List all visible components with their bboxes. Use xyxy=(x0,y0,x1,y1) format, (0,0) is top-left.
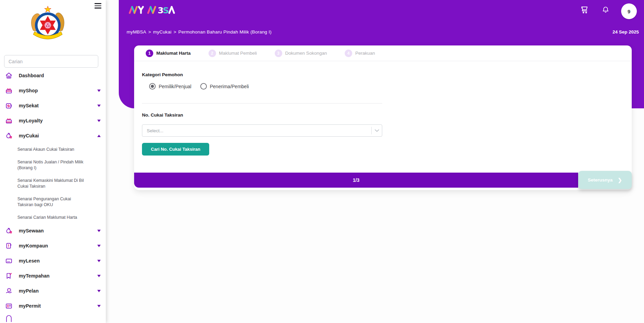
sidebar-item-dashboard[interactable]: Dashboard xyxy=(0,68,106,83)
sidebar-item-mytempahan[interactable]: myTempahan xyxy=(0,268,106,283)
breadcrumb-separator: > xyxy=(173,29,176,35)
sidebar-subitem[interactable]: Senarai Pengurangan Cukai Taksiran bagi … xyxy=(17,196,86,208)
radio-pemilik-penjual[interactable]: Pemilik/Penjual xyxy=(149,83,191,90)
chevron-down-icon xyxy=(97,290,101,292)
mycukai-submenu: Senarai Akaun Cukai Taksiran Senarai Not… xyxy=(0,143,106,223)
step-number: 4 xyxy=(345,50,352,57)
sidebar-nav: Dashboard myShop mySe xyxy=(0,68,106,323)
sidebar-item-label: myShop xyxy=(19,88,38,93)
cart-icon[interactable] xyxy=(580,5,590,15)
step-number: 2 xyxy=(209,50,216,57)
step-label: Perakuan xyxy=(355,51,375,56)
step-maklumat-pembeli[interactable]: 2 Maklumat Pembeli xyxy=(209,50,257,57)
sidebar-item-label: myPermit xyxy=(19,303,41,309)
chevron-down-icon xyxy=(97,245,101,247)
form-stepper: 1 Maklumat Harta 2 Maklumat Pembeli 3 Do… xyxy=(134,45,632,61)
chevron-up-icon xyxy=(97,135,101,137)
select-placeholder: Select... xyxy=(147,128,371,133)
chevron-down-icon xyxy=(97,230,101,232)
svg-text:S: S xyxy=(163,5,169,15)
step-number: 1 xyxy=(146,50,153,57)
notification-bell-icon[interactable] xyxy=(601,5,610,14)
sidebar-subitem[interactable]: Senarai Carian Maklumat Harta xyxy=(17,215,86,221)
step-perakuan[interactable]: 4 Perakuan xyxy=(345,50,375,57)
page-indicator: 1/3 xyxy=(353,177,359,183)
sidebar-item-label: mySekat xyxy=(19,103,39,108)
bookmark-check-icon xyxy=(5,272,13,280)
section-divider xyxy=(142,103,382,104)
sidebar-item-label: Dashboard xyxy=(19,73,44,78)
avatar-count: 9 xyxy=(628,9,630,14)
no-cukai-taksiran-label: No. Cukai Taksiran xyxy=(142,112,183,118)
mbsa-wordmark-logo[interactable]: 3 S xyxy=(128,5,184,15)
id-card-icon xyxy=(5,302,13,310)
sidebar-item-mysekat[interactable]: mySekat xyxy=(0,98,106,113)
sidebar-item-label: myPelan xyxy=(19,288,39,294)
sidebar-item-myshop[interactable]: myShop xyxy=(0,83,106,98)
user-avatar[interactable]: 9 xyxy=(621,3,637,19)
menu-icon[interactable] xyxy=(95,3,101,9)
radio-label: Pemilik/Penjual xyxy=(159,84,191,89)
breadcrumb-link-mymbsa[interactable]: myMBSA xyxy=(127,29,146,35)
license-card-icon xyxy=(5,257,13,265)
sidebar-item-label: myLoyalty xyxy=(19,118,43,123)
chevron-down-icon xyxy=(97,120,101,122)
kategori-pemohon-label: Kategori Pemohon xyxy=(142,72,183,77)
breadcrumb-current-page: Permohonan Baharu Pindah Milik (Borang I… xyxy=(178,29,272,35)
sidebar-item-mycukai[interactable]: myCukai xyxy=(0,128,106,143)
sidebar-item-mysewaan[interactable]: mySewaan xyxy=(0,223,106,238)
sidebar-item-label: myKompaun xyxy=(19,243,48,248)
chevron-down-icon xyxy=(97,305,101,307)
sidebar-subitem[interactable]: Senarai Kemaskini Maklumat Di Bil Cukai … xyxy=(17,178,86,190)
chevron-down-icon xyxy=(97,260,101,262)
breadcrumb: myMBSA>myCukai>Permohonan Baharu Pindah … xyxy=(127,29,272,35)
gift-icon xyxy=(5,117,13,125)
form-card: 1 Maklumat Harta 2 Maklumat Pembeli 3 Do… xyxy=(134,45,632,190)
sidebar-item-partial[interactable] xyxy=(0,313,106,323)
chevron-down-icon xyxy=(375,129,379,132)
kategori-radio-group: Pemilik/Penjual Penerima/Pembeli xyxy=(149,83,249,90)
no-cukai-taksiran-select[interactable]: Select... xyxy=(142,124,382,137)
step-number: 3 xyxy=(275,50,282,57)
step-label: Maklumat Harta xyxy=(156,51,191,56)
step-dokumen-sokongan[interactable]: 3 Dokumen Sokongan xyxy=(275,50,327,57)
radio-label: Penerima/Pembeli xyxy=(210,84,249,89)
chevron-right-icon: ❯ xyxy=(618,177,622,183)
breadcrumb-separator: > xyxy=(148,29,151,35)
sidebar-item-mypelan[interactable]: myPelan xyxy=(0,283,106,298)
sidebar-item-label: myCukai xyxy=(19,133,39,138)
step-label: Maklumat Pembeli xyxy=(219,51,257,56)
mymbsa-portal: Dashboard myShop mySe xyxy=(0,0,644,323)
money-bag-icon xyxy=(5,227,13,235)
sidebar-item-label: mySewaan xyxy=(19,228,44,233)
current-date: 24 Sep 2025 xyxy=(613,29,639,35)
breadcrumb-link-mycukai[interactable]: myCukai xyxy=(153,29,172,35)
sidebar-item-label: myLesen xyxy=(19,258,40,264)
select-divider xyxy=(371,127,372,134)
sidebar-subitem[interactable]: Senarai Akaun Cukai Taksiran xyxy=(17,147,86,153)
chevron-down-icon xyxy=(97,275,101,277)
chevron-down-icon xyxy=(97,90,101,92)
sidebar-item-label: myTempahan xyxy=(19,273,49,279)
radio-penerima-pembeli[interactable]: Penerima/Pembeli xyxy=(200,83,249,90)
sidebar-subitem[interactable]: Senarai Notis Jualan / Pindah Milik (Bor… xyxy=(17,159,86,171)
radio-selected-icon xyxy=(149,83,156,90)
step-maklumat-harta[interactable]: 1 Maklumat Harta xyxy=(146,50,191,57)
seterusnya-next-button[interactable]: Seterusnya ❯ xyxy=(578,171,632,189)
sidebar-item-mylesen[interactable]: myLesen xyxy=(0,253,106,268)
cari-no-cukai-taksiran-button[interactable]: Cari No. Cukai Taksiran xyxy=(142,143,209,156)
search-input[interactable] xyxy=(4,55,98,68)
shop-basket-icon xyxy=(5,86,13,95)
money-bag-icon xyxy=(5,132,13,140)
pagination-bar: 1/3 xyxy=(134,173,578,188)
home-icon xyxy=(5,71,13,80)
partial-icon xyxy=(5,314,13,323)
chevron-down-icon xyxy=(97,105,101,107)
barrier-camera-icon xyxy=(5,102,13,110)
sidebar: Dashboard myShop mySe xyxy=(0,0,106,323)
sidebar-item-myloyalty[interactable]: myLoyalty xyxy=(0,113,106,128)
ticket-alert-icon xyxy=(5,242,13,250)
sidebar-item-mypermit[interactable]: myPermit xyxy=(0,298,106,313)
sidebar-item-mykompaun[interactable]: myKompaun xyxy=(0,238,106,253)
step-label: Dokumen Sokongan xyxy=(285,51,327,56)
